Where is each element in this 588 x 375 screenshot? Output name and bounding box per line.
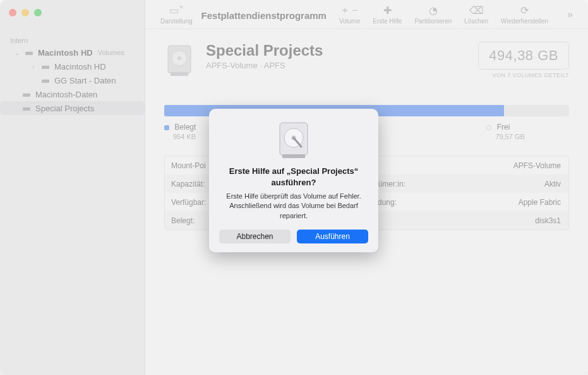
run-button[interactable]: Ausführen (297, 230, 368, 243)
cancel-button[interactable]: Abbrechen (219, 230, 291, 243)
dialog-body: Erste Hilfe überprüft das Volume auf Feh… (219, 192, 368, 230)
app-window: Intern ⌄ Macintosh HD Volumes › Macintos… (0, 0, 588, 375)
svg-rect-12 (282, 154, 305, 158)
dialog-harddrive-icon (276, 120, 311, 161)
dialog-title: Erste Hilfe auf „Special Projects“ ausfü… (219, 166, 368, 188)
firstaid-dialog: Erste Hilfe auf „Special Projects“ ausfü… (209, 109, 378, 252)
